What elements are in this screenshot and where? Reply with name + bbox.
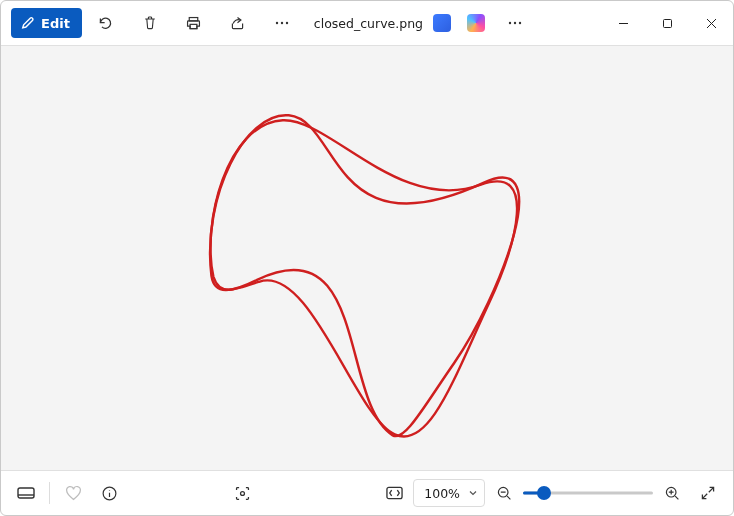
filename-label: closed_curve.png — [314, 16, 423, 31]
edit-label: Edit — [41, 16, 70, 31]
zoom-picker[interactable]: 100% — [413, 479, 485, 507]
rotate-icon — [97, 15, 114, 32]
zoom-out-icon — [496, 485, 512, 501]
photos-app-icon — [433, 14, 451, 32]
filmstrip-toggle[interactable] — [9, 473, 43, 513]
share-icon — [229, 15, 246, 32]
svg-point-4 — [286, 22, 288, 24]
filename-area: closed_curve.png — [314, 16, 423, 31]
heart-icon — [65, 485, 82, 502]
info-icon — [101, 485, 118, 502]
trash-icon — [142, 15, 158, 31]
info-button[interactable] — [92, 473, 126, 513]
edit-button[interactable]: Edit — [11, 8, 82, 38]
fullscreen-icon — [700, 485, 716, 501]
app-tile-designer[interactable] — [461, 3, 491, 43]
svg-point-2 — [276, 22, 278, 24]
pencil-icon — [21, 16, 35, 30]
app-tile-photos[interactable] — [427, 3, 457, 43]
closed-curve-drawing — [1, 46, 733, 470]
more-apps-button[interactable] — [495, 3, 535, 43]
filmstrip-icon — [17, 486, 35, 500]
close-icon — [706, 18, 717, 29]
more-toolbar-button[interactable] — [262, 3, 302, 43]
close-button[interactable] — [689, 3, 733, 43]
zoom-value: 100% — [424, 486, 460, 501]
fit-window-button[interactable] — [377, 473, 411, 513]
favorite-button[interactable] — [56, 473, 90, 513]
slider-thumb[interactable] — [537, 486, 551, 500]
svg-point-5 — [509, 22, 511, 24]
maximize-button[interactable] — [645, 3, 689, 43]
fit-window-icon — [386, 486, 403, 500]
svg-point-11 — [240, 491, 244, 495]
designer-app-icon — [467, 14, 485, 32]
share-button[interactable] — [218, 3, 258, 43]
titlebar: Edit — [1, 1, 733, 45]
bottombar: 100% — [1, 471, 733, 515]
delete-button[interactable] — [130, 3, 170, 43]
svg-point-6 — [514, 22, 516, 24]
more-icon — [274, 15, 290, 31]
maximize-icon — [662, 18, 673, 29]
svg-point-3 — [281, 22, 283, 24]
zoom-in-button[interactable] — [655, 473, 689, 513]
zoom-in-icon — [664, 485, 680, 501]
minimize-button[interactable] — [601, 3, 645, 43]
svg-rect-8 — [663, 19, 671, 27]
svg-point-7 — [519, 22, 521, 24]
zoom-out-button[interactable] — [487, 473, 521, 513]
print-icon — [185, 15, 202, 32]
svg-rect-9 — [18, 488, 34, 498]
more-icon — [507, 15, 523, 31]
scan-icon — [234, 485, 251, 502]
window-controls — [601, 3, 733, 43]
svg-rect-1 — [190, 24, 197, 28]
minimize-icon — [618, 18, 629, 29]
rotate-button[interactable] — [86, 3, 126, 43]
chevron-down-icon — [468, 488, 478, 498]
print-button[interactable] — [174, 3, 214, 43]
image-canvas[interactable] — [1, 45, 733, 471]
fullscreen-button[interactable] — [691, 473, 725, 513]
photo-viewer-window: Edit — [0, 0, 734, 516]
scan-button[interactable] — [225, 473, 259, 513]
zoom-slider[interactable] — [523, 483, 653, 503]
separator — [49, 482, 50, 504]
